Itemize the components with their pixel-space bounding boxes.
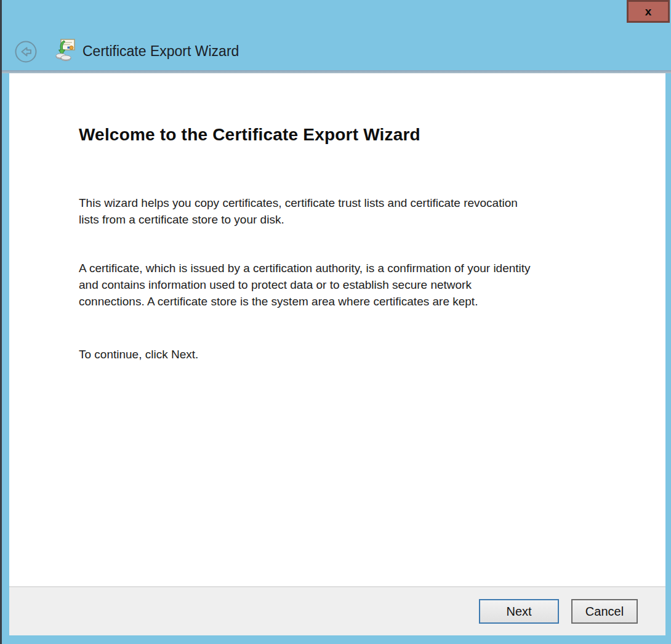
certificate-description: A certificate, which is issued by a cert… [79,260,531,310]
cancel-button[interactable]: Cancel [571,599,638,624]
back-button[interactable] [15,41,37,63]
certificate-description-line: and contains information used to protect… [79,276,531,293]
screen-edge-strip [0,0,2,644]
back-arrow-icon [15,41,37,63]
continue-instruction: To continue, click Next. [79,346,198,363]
certificate-wizard-icon [55,38,75,62]
wizard-description-line: This wizard helps you copy certificates,… [79,195,518,211]
footer-bar: Next Cancel [9,586,665,635]
wizard-header: x Cer [0,0,671,70]
close-icon: x [645,6,652,17]
next-button[interactable]: Next [479,599,559,624]
welcome-heading: Welcome to the Certificate Export Wizard [79,125,420,145]
close-button[interactable]: x [627,0,670,23]
wizard-description: This wizard helps you copy certificates,… [79,195,518,228]
wizard-description-line: lists from a certificate store to your d… [79,211,518,228]
certificate-export-wizard-window: x Cer [0,0,671,644]
certificate-description-line: connections. A certificate store is the … [79,293,531,310]
header-divider [0,70,671,73]
content-panel: Welcome to the Certificate Export Wizard… [9,73,665,586]
certificate-description-line: A certificate, which is issued by a cert… [79,260,531,276]
page-title: Certificate Export Wizard [82,43,239,60]
